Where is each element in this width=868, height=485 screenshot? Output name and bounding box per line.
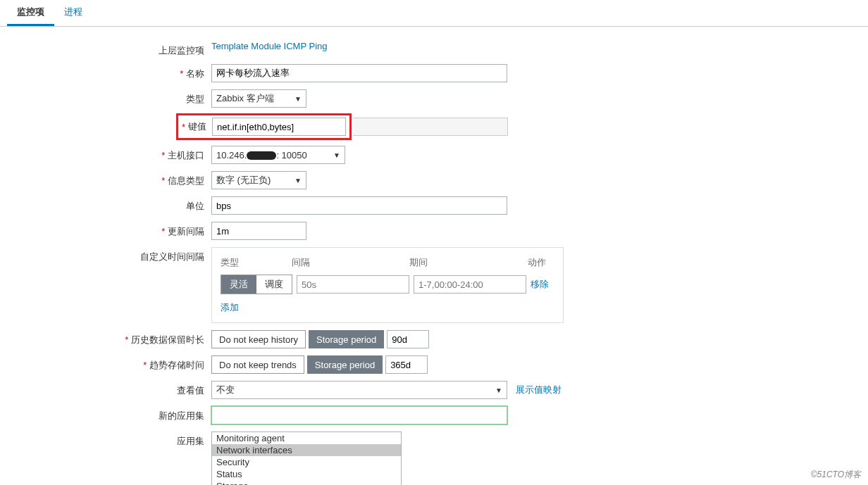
list-item[interactable]: Status — [212, 468, 401, 480]
label-info-type: 信息类型 — [0, 171, 211, 187]
input-custom-interval[interactable] — [297, 275, 409, 294]
listbox-applications[interactable]: Monitoring agentNetwork interfacesSecuri… — [211, 432, 402, 485]
select-type[interactable]: Zabbix 客户端 ▼ — [211, 89, 306, 108]
chevron-down-icon: ▼ — [294, 177, 302, 184]
watermark-text: ©51CTO博客 — [811, 469, 861, 481]
label-name: 名称 — [0, 64, 211, 80]
btn-history-period[interactable]: Storage period — [309, 330, 384, 348]
label-custom-intervals: 自定义时间间隔 — [0, 247, 211, 263]
list-item[interactable]: Monitoring agent — [212, 432, 401, 444]
tab-monitor[interactable]: 监控项 — [7, 0, 54, 26]
select-interface[interactable]: 10.246.: 10050 ▼ — [211, 146, 345, 164]
label-view-value: 查看值 — [0, 381, 211, 397]
key-extra-box — [353, 118, 508, 136]
label-trends: 趋势存储时间 — [0, 355, 211, 372]
input-new-application[interactable] — [211, 406, 507, 424]
select-interface-value: 10.246.: 10050 — [216, 150, 307, 160]
btn-no-trends[interactable]: Do not keep trends — [211, 355, 304, 374]
col-header-type: 类型 — [221, 256, 292, 269]
label-unit: 单位 — [0, 196, 211, 213]
chevron-down-icon: ▼ — [495, 386, 502, 394]
label-update-interval: 更新间隔 — [0, 222, 211, 238]
seg-scheduling[interactable]: 调度 — [256, 275, 292, 294]
chevron-down-icon: ▼ — [294, 95, 302, 103]
link-parent-template[interactable]: Template Module ICMP Ping — [211, 41, 328, 51]
tab-process[interactable]: 进程 — [54, 0, 92, 26]
col-header-period: 期间 — [409, 256, 528, 269]
col-header-interval: 间隔 — [292, 256, 410, 269]
label-interface: 主机接口 — [0, 146, 211, 162]
label-type: 类型 — [0, 89, 211, 106]
list-item[interactable]: Storage — [212, 480, 401, 485]
item-form: 上层监控项 Template Module ICMP Ping 名称 类型 Za… — [0, 41, 578, 485]
select-view-value-text: 不变 — [216, 384, 235, 396]
input-custom-period[interactable] — [414, 275, 526, 294]
input-key[interactable] — [212, 118, 346, 136]
label-applications: 应用集 — [0, 432, 211, 448]
label-key: 键值 — [188, 120, 212, 133]
label-new-app: 新的应用集 — [0, 406, 211, 422]
input-update-interval[interactable] — [211, 222, 306, 240]
select-view-value[interactable]: 不变 ▼ — [211, 381, 507, 399]
asterisk-icon: * — [178, 122, 188, 132]
col-header-action: 动作 — [528, 256, 554, 269]
label-parent: 上层监控项 — [0, 41, 211, 57]
input-unit[interactable] — [211, 196, 507, 215]
btn-trends-period[interactable]: Storage period — [307, 355, 383, 374]
input-trends-value[interactable] — [385, 355, 428, 374]
redacted-ip-icon — [247, 151, 276, 160]
list-item[interactable]: Security — [212, 456, 401, 468]
seg-flexible[interactable]: 灵活 — [221, 275, 256, 294]
input-name[interactable] — [211, 64, 507, 82]
custom-interval-box: 类型 间隔 期间 动作 灵活 调度 移除 添加 — [211, 247, 564, 323]
link-add-interval[interactable]: 添加 — [221, 302, 239, 313]
input-history-value[interactable] — [387, 330, 429, 348]
select-info-type[interactable]: 数字 (无正负) ▼ — [211, 171, 306, 189]
chevron-down-icon: ▼ — [333, 151, 340, 159]
select-type-value: Zabbix 客户端 — [216, 92, 274, 105]
label-history: 历史数据保留时长 — [0, 330, 211, 346]
btn-no-history[interactable]: Do not keep history — [211, 330, 306, 348]
link-remove-interval[interactable]: 移除 — [531, 278, 549, 291]
tab-bar: 监控项 进程 — [0, 0, 868, 27]
select-info-type-value: 数字 (无正负) — [216, 174, 271, 187]
link-show-value-mapping[interactable]: 展示值映射 — [516, 384, 562, 396]
segmented-interval-type: 灵活 调度 — [221, 275, 292, 294]
list-item[interactable]: Network interfaces — [212, 444, 401, 456]
